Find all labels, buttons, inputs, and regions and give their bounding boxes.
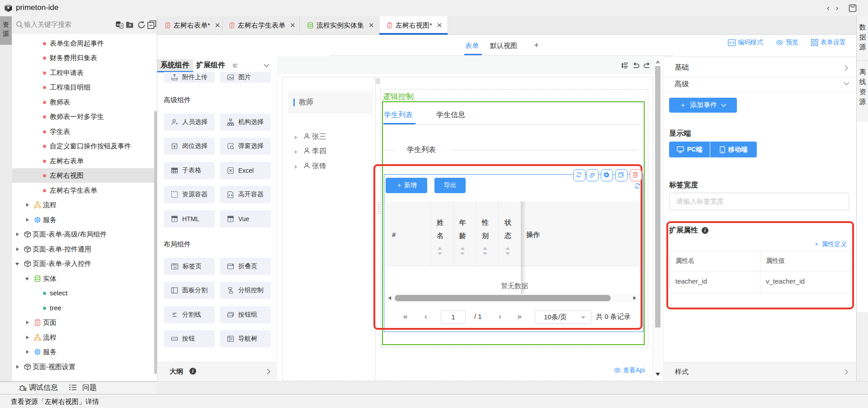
svg-text:文: 文 <box>119 24 123 28</box>
svg-text:5: 5 <box>174 218 175 221</box>
svg-text:5: 5 <box>230 218 231 221</box>
svg-text:Tab: Tab <box>173 266 177 269</box>
svg-text:BTN: BTN <box>228 314 232 317</box>
svg-text:BTN: BTN <box>173 338 176 340</box>
